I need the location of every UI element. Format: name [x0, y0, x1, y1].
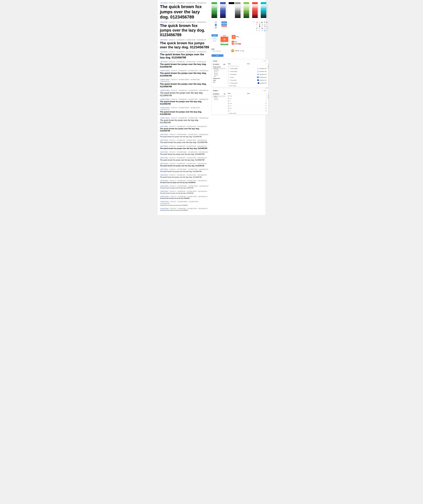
typography-tag: Caption / Roboto [160, 191, 169, 192]
palette-column-lightgreen: 5%10%20%40%base60%70%80%90%100% [244, 2, 251, 18]
active-button-2[interactable]: Active [221, 24, 227, 26]
radius-item[interactable]: radius [213, 96, 226, 97]
palette-shade: 5% [252, 4, 260, 5]
typography-sample-text: The quick brown fox jumps over the lazy … [160, 23, 209, 37]
typography-tag: Line Height: 120.000 [187, 134, 198, 135]
numbers-value-col-header: Value [247, 93, 250, 94]
typography-tag: Font Weight: Regular [177, 134, 187, 135]
semetic-layout-icon[interactable]: ▦ [264, 60, 265, 62]
typography-tag: Font Weight: SemiBold [178, 107, 190, 108]
search-icon: 🔍 [261, 24, 264, 25]
create-variable-button[interactable]: + Create variable [227, 84, 268, 87]
typography-panel: Title 1 / RobotoFont Size: 40Font Weight… [160, 2, 209, 213]
semetic-more-icon[interactable]: ••• [262, 60, 264, 62]
outlined-button[interactable]: Button [211, 37, 218, 39]
variable-value-text: Blue/Blue 20% [259, 71, 267, 72]
pin-icon-inactive[interactable]: 📍 [215, 21, 217, 24]
palette-shade: 90% [211, 15, 220, 17]
icon-size-item[interactable]: icon size [213, 99, 226, 100]
chevron-right-icon: › [267, 24, 269, 25]
cancel-button[interactable]: Cancel [234, 43, 238, 44]
typography-tag: Font Weight: SemiBold [178, 79, 190, 80]
neutral-item[interactable]: Neutral [213, 71, 226, 72]
x-icon: ✕ [264, 24, 266, 25]
variable-type-icon: ○ [228, 74, 229, 75]
typography-tag: Line Height: 120.000 [186, 180, 197, 181]
numbers-close-icon[interactable]: ✕ [266, 90, 267, 91]
phone-contact-icon[interactable]: 📞 [242, 50, 244, 52]
checkbox-icon: ☐ [267, 28, 269, 29]
email-input[interactable] [211, 50, 229, 52]
palette-header-green [211, 2, 217, 4]
typography-tag: Letter Spacing: Auto [160, 109, 170, 110]
product-thumb-2: 🌸 [232, 41, 234, 45]
palette-shade: 60% [220, 11, 228, 12]
palette-shade: 10% [211, 6, 220, 7]
variable-color-swatch [257, 76, 259, 78]
message-icon[interactable]: 💬 [240, 50, 242, 52]
info-item[interactable]: Info [213, 76, 226, 77]
lock-icon: 🔒 [256, 21, 258, 23]
success-item[interactable]: Success [213, 72, 226, 74]
typography-tag: Line Height: 120.000 [188, 117, 198, 119]
filled-button[interactable]: Button [211, 34, 218, 36]
secondary-item[interactable]: Secondary [213, 69, 226, 71]
typography-sample-text: The quick brown fox jumps over the lazy … [160, 176, 209, 178]
number-variable-row: ≡xs4 [227, 97, 268, 100]
typography-sample-text: The quick brown fox jumps over the lazy … [160, 111, 209, 115]
typography-tag: Line Height: 120.000 [186, 157, 196, 159]
semetic-dropdown-icon[interactable]: ▼ [218, 60, 219, 61]
save-button[interactable]: Save [238, 43, 241, 44]
text-button[interactable]: Button [211, 40, 218, 42]
numbers-add-column-icon[interactable]: + [266, 93, 267, 94]
semetic-variable-row: ○Primary lightBlue/Blue 40% [227, 73, 268, 76]
number-variable-value: 8 [266, 100, 267, 102]
numbers-all-variables-item[interactable]: All variables [213, 93, 220, 95]
numbers-layout-icon[interactable]: ▦ [264, 90, 265, 91]
app-add-button[interactable]: Add to Cart [221, 44, 228, 45]
typography-row: Footnote / RobotoFont Size: 10Font Weigh… [160, 196, 209, 200]
palette-shade: base [211, 10, 220, 11]
typography-tag: Letter Spacing: Auto [198, 196, 208, 197]
typography-tag: Font Weight: Italic [177, 157, 186, 159]
refresh-icon: ↺ [256, 24, 258, 25]
typography-sample-text: The quick brown fox jumps over the lazy … [160, 182, 209, 183]
numbers-dropdown-icon[interactable]: ▼ [218, 90, 219, 91]
warning-item[interactable]: Warning [213, 74, 226, 76]
typography-tag: Letter Spacing: Auto [198, 168, 208, 170]
palette-column-blue: 5%10%20%40%base60%70%80%90%100% [220, 2, 228, 18]
semetic-variable-row: ○Primary lightestBlue/Blue 10% [227, 67, 268, 70]
palette-shade: 90% [235, 15, 243, 17]
name-col-header: Name [228, 63, 231, 64]
numbers-more-icon[interactable]: ••• [262, 90, 264, 91]
typography-tag: Font Weight: Regular [177, 168, 187, 170]
spacing-item[interactable]: spacing [213, 97, 226, 99]
product-cards: 🌸 Balma Rs. 3300 🌸 Balma Rs. 3300 [231, 34, 242, 45]
product-name-2: Balma [234, 41, 241, 42]
semetic-variable-row: ○PrimaryBlue/Blue-base [227, 76, 268, 79]
typography-tag: Font Size: 15 [169, 163, 176, 164]
numbers-create-variable-button[interactable]: + Create variable [227, 112, 268, 114]
active-button-1[interactable]: Active [221, 21, 227, 24]
typography-tag: Letter Spacing: Auto [199, 117, 209, 119]
typography-tag: Font Size: 20 [171, 90, 178, 91]
pin-icon-active[interactable]: 📍 [215, 24, 217, 26]
numbers-scrollbar[interactable] [268, 92, 269, 114]
active-button-sm[interactable] [221, 26, 227, 27]
add-column-icon[interactable]: + [266, 63, 267, 64]
primary-item[interactable]: Primary [213, 68, 226, 69]
palette-shade: 80% [235, 14, 243, 15]
number-variable-name: ml [230, 108, 265, 109]
typography-tag: Letter Spacing: Auto [199, 185, 209, 187]
signin-button[interactable]: Sign in [211, 54, 223, 57]
all-variables-item[interactable]: All variables [213, 63, 220, 65]
chat-icon: 💬 [264, 25, 266, 27]
typography-tag: Letter Spacing: Auto [160, 203, 170, 204]
variable-value: Blue/Blue 10% [257, 68, 267, 69]
semetic-scrollbar[interactable] [268, 63, 269, 87]
typography-tag: Font Size: 12 [169, 185, 176, 187]
email-label: Email [211, 48, 229, 50]
semetic-close-icon[interactable]: ✕ [266, 60, 267, 62]
palette-shade: 80% [211, 14, 220, 15]
typography-row: Body 1 / RobotoFont Size: 17Font Weight:… [160, 139, 209, 144]
